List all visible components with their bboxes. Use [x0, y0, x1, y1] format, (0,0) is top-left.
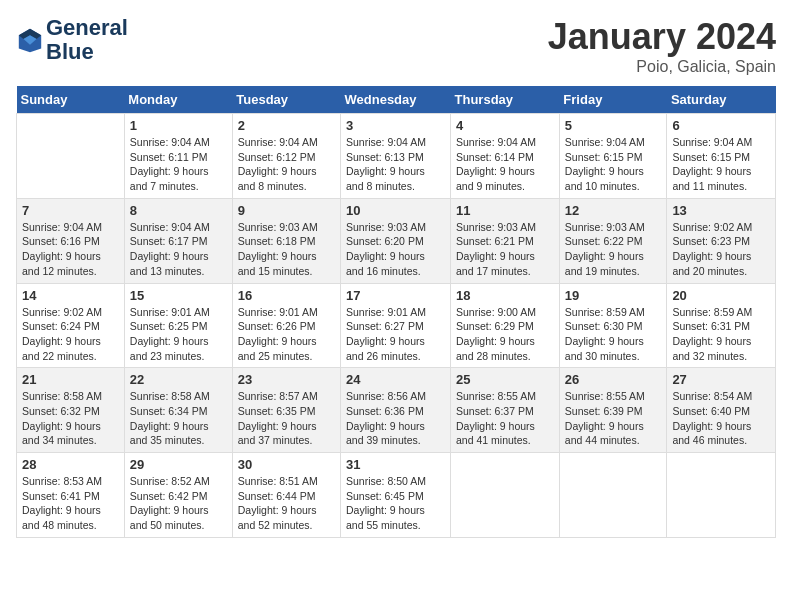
daylight-text: Daylight: 9 hours and 39 minutes.	[346, 420, 425, 447]
daylight-text: Daylight: 9 hours and 8 minutes.	[238, 165, 317, 192]
day-info: Sunrise: 8:58 AM Sunset: 6:34 PM Dayligh…	[130, 389, 227, 448]
day-info: Sunrise: 8:50 AM Sunset: 6:45 PM Dayligh…	[346, 474, 445, 533]
calendar-cell: 11 Sunrise: 9:03 AM Sunset: 6:21 PM Dayl…	[451, 198, 560, 283]
daylight-text: Daylight: 9 hours and 50 minutes.	[130, 504, 209, 531]
day-number: 10	[346, 203, 445, 218]
sunrise-text: Sunrise: 8:58 AM	[130, 390, 210, 402]
calendar-table: SundayMondayTuesdayWednesdayThursdayFrid…	[16, 86, 776, 538]
day-info: Sunrise: 9:03 AM Sunset: 6:22 PM Dayligh…	[565, 220, 662, 279]
day-header-tuesday: Tuesday	[232, 86, 340, 114]
day-info: Sunrise: 8:55 AM Sunset: 6:37 PM Dayligh…	[456, 389, 554, 448]
sunrise-text: Sunrise: 8:57 AM	[238, 390, 318, 402]
day-info: Sunrise: 8:52 AM Sunset: 6:42 PM Dayligh…	[130, 474, 227, 533]
sunset-text: Sunset: 6:42 PM	[130, 490, 208, 502]
daylight-text: Daylight: 9 hours and 35 minutes.	[130, 420, 209, 447]
sunrise-text: Sunrise: 9:04 AM	[130, 136, 210, 148]
calendar-cell: 18 Sunrise: 9:00 AM Sunset: 6:29 PM Dayl…	[451, 283, 560, 368]
day-number: 12	[565, 203, 662, 218]
sunset-text: Sunset: 6:15 PM	[565, 151, 643, 163]
calendar-cell: 21 Sunrise: 8:58 AM Sunset: 6:32 PM Dayl…	[17, 368, 125, 453]
day-info: Sunrise: 9:02 AM Sunset: 6:23 PM Dayligh…	[672, 220, 770, 279]
day-header-saturday: Saturday	[667, 86, 776, 114]
day-number: 14	[22, 288, 119, 303]
daylight-text: Daylight: 9 hours and 17 minutes.	[456, 250, 535, 277]
day-number: 6	[672, 118, 770, 133]
day-header-monday: Monday	[124, 86, 232, 114]
calendar-cell: 22 Sunrise: 8:58 AM Sunset: 6:34 PM Dayl…	[124, 368, 232, 453]
sunrise-text: Sunrise: 8:53 AM	[22, 475, 102, 487]
calendar-header-row: SundayMondayTuesdayWednesdayThursdayFrid…	[17, 86, 776, 114]
month-title: January 2024	[548, 16, 776, 58]
sunset-text: Sunset: 6:14 PM	[456, 151, 534, 163]
day-info: Sunrise: 8:53 AM Sunset: 6:41 PM Dayligh…	[22, 474, 119, 533]
sunrise-text: Sunrise: 9:01 AM	[130, 306, 210, 318]
day-number: 7	[22, 203, 119, 218]
daylight-text: Daylight: 9 hours and 20 minutes.	[672, 250, 751, 277]
calendar-cell: 26 Sunrise: 8:55 AM Sunset: 6:39 PM Dayl…	[559, 368, 667, 453]
day-info: Sunrise: 9:01 AM Sunset: 6:26 PM Dayligh…	[238, 305, 335, 364]
sunrise-text: Sunrise: 8:58 AM	[22, 390, 102, 402]
calendar-week-row: 7 Sunrise: 9:04 AM Sunset: 6:16 PM Dayli…	[17, 198, 776, 283]
day-info: Sunrise: 9:01 AM Sunset: 6:27 PM Dayligh…	[346, 305, 445, 364]
day-info: Sunrise: 9:04 AM Sunset: 6:11 PM Dayligh…	[130, 135, 227, 194]
sunset-text: Sunset: 6:17 PM	[130, 235, 208, 247]
day-number: 17	[346, 288, 445, 303]
sunrise-text: Sunrise: 9:01 AM	[346, 306, 426, 318]
calendar-cell: 5 Sunrise: 9:04 AM Sunset: 6:15 PM Dayli…	[559, 114, 667, 199]
calendar-cell: 25 Sunrise: 8:55 AM Sunset: 6:37 PM Dayl…	[451, 368, 560, 453]
sunrise-text: Sunrise: 9:03 AM	[346, 221, 426, 233]
calendar-cell: 6 Sunrise: 9:04 AM Sunset: 6:15 PM Dayli…	[667, 114, 776, 199]
day-info: Sunrise: 8:59 AM Sunset: 6:30 PM Dayligh…	[565, 305, 662, 364]
sunrise-text: Sunrise: 9:03 AM	[565, 221, 645, 233]
calendar-cell: 19 Sunrise: 8:59 AM Sunset: 6:30 PM Dayl…	[559, 283, 667, 368]
sunrise-text: Sunrise: 9:03 AM	[456, 221, 536, 233]
sunset-text: Sunset: 6:21 PM	[456, 235, 534, 247]
day-info: Sunrise: 9:01 AM Sunset: 6:25 PM Dayligh…	[130, 305, 227, 364]
day-number: 25	[456, 372, 554, 387]
sunrise-text: Sunrise: 8:50 AM	[346, 475, 426, 487]
day-info: Sunrise: 9:02 AM Sunset: 6:24 PM Dayligh…	[22, 305, 119, 364]
daylight-text: Daylight: 9 hours and 32 minutes.	[672, 335, 751, 362]
day-info: Sunrise: 8:56 AM Sunset: 6:36 PM Dayligh…	[346, 389, 445, 448]
sunrise-text: Sunrise: 9:04 AM	[22, 221, 102, 233]
daylight-text: Daylight: 9 hours and 10 minutes.	[565, 165, 644, 192]
day-number: 2	[238, 118, 335, 133]
day-info: Sunrise: 9:04 AM Sunset: 6:12 PM Dayligh…	[238, 135, 335, 194]
sunrise-text: Sunrise: 9:04 AM	[130, 221, 210, 233]
day-info: Sunrise: 9:04 AM Sunset: 6:13 PM Dayligh…	[346, 135, 445, 194]
sunrise-text: Sunrise: 9:04 AM	[672, 136, 752, 148]
sunset-text: Sunset: 6:25 PM	[130, 320, 208, 332]
daylight-text: Daylight: 9 hours and 34 minutes.	[22, 420, 101, 447]
daylight-text: Daylight: 9 hours and 9 minutes.	[456, 165, 535, 192]
day-number: 11	[456, 203, 554, 218]
day-info: Sunrise: 8:58 AM Sunset: 6:32 PM Dayligh…	[22, 389, 119, 448]
day-info: Sunrise: 8:51 AM Sunset: 6:44 PM Dayligh…	[238, 474, 335, 533]
sunset-text: Sunset: 6:12 PM	[238, 151, 316, 163]
sunrise-text: Sunrise: 9:04 AM	[565, 136, 645, 148]
calendar-cell: 31 Sunrise: 8:50 AM Sunset: 6:45 PM Dayl…	[341, 453, 451, 538]
sunset-text: Sunset: 6:30 PM	[565, 320, 643, 332]
sunset-text: Sunset: 6:32 PM	[22, 405, 100, 417]
sunrise-text: Sunrise: 8:59 AM	[565, 306, 645, 318]
calendar-cell: 17 Sunrise: 9:01 AM Sunset: 6:27 PM Dayl…	[341, 283, 451, 368]
calendar-cell: 23 Sunrise: 8:57 AM Sunset: 6:35 PM Dayl…	[232, 368, 340, 453]
daylight-text: Daylight: 9 hours and 11 minutes.	[672, 165, 751, 192]
calendar-week-row: 14 Sunrise: 9:02 AM Sunset: 6:24 PM Dayl…	[17, 283, 776, 368]
calendar-cell: 3 Sunrise: 9:04 AM Sunset: 6:13 PM Dayli…	[341, 114, 451, 199]
sunset-text: Sunset: 6:24 PM	[22, 320, 100, 332]
calendar-cell: 16 Sunrise: 9:01 AM Sunset: 6:26 PM Dayl…	[232, 283, 340, 368]
day-info: Sunrise: 9:04 AM Sunset: 6:16 PM Dayligh…	[22, 220, 119, 279]
daylight-text: Daylight: 9 hours and 48 minutes.	[22, 504, 101, 531]
sunset-text: Sunset: 6:16 PM	[22, 235, 100, 247]
daylight-text: Daylight: 9 hours and 55 minutes.	[346, 504, 425, 531]
daylight-text: Daylight: 9 hours and 7 minutes.	[130, 165, 209, 192]
location-title: Poio, Galicia, Spain	[548, 58, 776, 76]
day-number: 29	[130, 457, 227, 472]
day-number: 8	[130, 203, 227, 218]
day-number: 4	[456, 118, 554, 133]
sunset-text: Sunset: 6:22 PM	[565, 235, 643, 247]
sunset-text: Sunset: 6:37 PM	[456, 405, 534, 417]
calendar-cell: 13 Sunrise: 9:02 AM Sunset: 6:23 PM Dayl…	[667, 198, 776, 283]
day-number: 18	[456, 288, 554, 303]
sunset-text: Sunset: 6:13 PM	[346, 151, 424, 163]
